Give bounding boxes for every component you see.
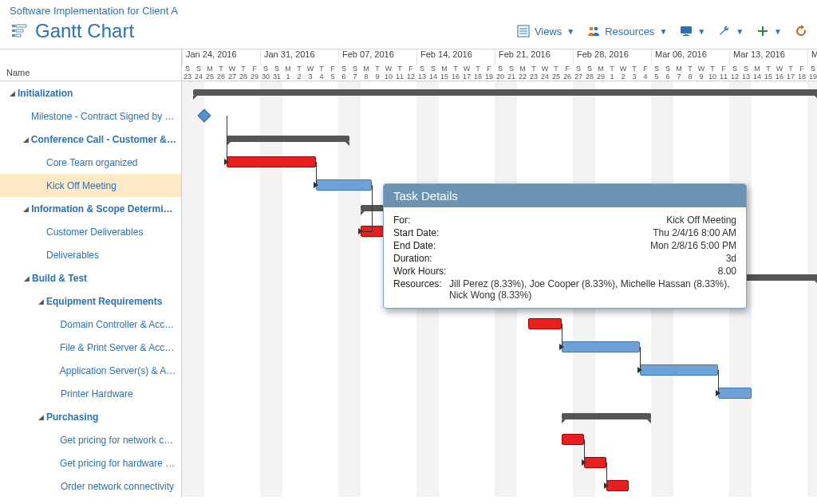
tooltip-wh-key: Work Hours: xyxy=(393,266,446,277)
gantt-summary-bar[interactable] xyxy=(562,413,651,419)
collapse-toggle-icon[interactable]: ◢ xyxy=(22,136,30,144)
resources-menu[interactable]: Resources ▼ xyxy=(587,25,667,37)
day-cell: W27 xyxy=(227,65,238,81)
task-row[interactable]: Customer Deliverables xyxy=(0,220,181,243)
gantt-task-bar[interactable] xyxy=(316,179,372,191)
gantt-task-bar[interactable] xyxy=(562,434,584,445)
monitor-icon xyxy=(680,25,693,37)
task-label: Build & Test xyxy=(32,273,87,284)
svg-rect-3 xyxy=(16,30,23,32)
plus-icon xyxy=(756,25,769,37)
task-tree[interactable]: ◢Initialization Milestone - Contract Sig… xyxy=(0,81,181,497)
day-cell: S20 xyxy=(495,65,506,81)
breadcrumb[interactable]: Software Implementation for Client A xyxy=(0,0,817,18)
gantt-summary-bar[interactable] xyxy=(227,136,349,142)
day-cell: F19 xyxy=(483,65,495,81)
task-row[interactable]: Milestone - Contract Signed by Cust... xyxy=(0,104,181,128)
day-cell: S6 xyxy=(662,65,673,81)
tooltip-end-val: Mon 2/8/16 5:00 PM xyxy=(650,240,736,251)
task-label: Domain Controller & Acces... xyxy=(61,319,178,330)
day-cell: T18 xyxy=(472,65,483,81)
task-label: Equipment Requirements xyxy=(46,296,162,307)
day-cell: S5 xyxy=(651,65,662,81)
task-list-header: Name xyxy=(0,49,181,81)
task-row[interactable]: Printer Hardware xyxy=(0,382,181,405)
gantt-task-bar[interactable] xyxy=(718,388,752,399)
svg-point-11 xyxy=(594,27,598,31)
tooltip-dur-val: 3d xyxy=(726,253,736,264)
collapse-toggle-icon[interactable]: ◢ xyxy=(37,297,45,305)
task-row[interactable]: ◢Build & Test xyxy=(0,266,181,289)
day-cell: S14 xyxy=(428,65,439,81)
collapse-toggle-icon[interactable]: ◢ xyxy=(37,413,45,421)
day-cell: T11 xyxy=(394,65,405,81)
gantt-task-bar[interactable] xyxy=(227,156,316,167)
collapse-toggle-icon[interactable]: ◢ xyxy=(8,89,16,97)
page-title: Gantt Chart xyxy=(35,20,517,42)
day-cell: S12 xyxy=(729,65,740,81)
task-row[interactable]: File & Print Server & Accesso... xyxy=(0,336,181,359)
collapse-toggle-icon[interactable]: ◢ xyxy=(22,205,30,213)
gantt-task-bar[interactable] xyxy=(640,364,718,376)
day-cell: S31 xyxy=(271,65,282,81)
task-row[interactable]: ◢Equipment Requirements xyxy=(0,289,181,313)
day-cell: M22 xyxy=(517,65,528,81)
day-cell: F12 xyxy=(405,65,416,81)
list-icon xyxy=(517,25,530,37)
task-row[interactable]: ◢Information & Scope Determination xyxy=(0,197,181,220)
svg-rect-0 xyxy=(12,25,15,27)
caret-down-icon: ▼ xyxy=(736,27,744,36)
gantt-task-bar[interactable] xyxy=(562,341,640,352)
task-list-pane: Name ◢Initialization Milestone - Contrac… xyxy=(0,49,182,497)
task-tooltip: Task Details For:Kick Off Meeting Start … xyxy=(383,183,747,309)
gantt-task-bar[interactable] xyxy=(528,318,562,329)
week-label: Jan 31, 2016 xyxy=(260,49,338,65)
task-row[interactable]: ◢Purchasing xyxy=(0,405,181,428)
day-cell: T8 xyxy=(685,65,696,81)
gantt-chart-pane[interactable]: Jan 24, 2016Jan 31, 2016Feb 07, 2016Feb … xyxy=(182,49,817,497)
refresh-button[interactable] xyxy=(795,25,807,37)
day-cell: M8 xyxy=(361,65,372,81)
task-row[interactable]: Kick Off Meeting xyxy=(0,174,181,197)
day-cell: T25 xyxy=(551,65,562,81)
task-row[interactable]: ◢Initialization xyxy=(0,81,181,104)
task-row[interactable]: Get pricing for network conn... xyxy=(0,428,181,451)
svg-rect-12 xyxy=(681,26,692,33)
caret-down-icon: ▼ xyxy=(774,27,782,36)
svg-rect-2 xyxy=(12,30,15,32)
refresh-icon xyxy=(795,25,807,37)
task-row[interactable]: Order network connectivity xyxy=(0,474,181,497)
task-row[interactable]: Core Team organized xyxy=(0,151,181,174)
task-label: Get pricing for network conn... xyxy=(60,435,178,446)
day-cell: F5 xyxy=(327,65,338,81)
tools-menu[interactable]: ▼ xyxy=(718,25,744,37)
day-cell: S24 xyxy=(193,65,204,81)
day-cell: T2 xyxy=(294,65,305,81)
task-label: Deliverables xyxy=(46,250,99,261)
gantt-task-bar[interactable] xyxy=(584,457,606,468)
gantt-summary-bar[interactable] xyxy=(193,89,817,96)
week-label: Mar 06, 2016 xyxy=(651,49,729,65)
views-menu[interactable]: Views ▼ xyxy=(517,25,574,37)
task-row[interactable]: Get pricing for hardware (e.g... xyxy=(0,451,181,474)
task-label: Information & Scope Determination xyxy=(31,203,178,215)
task-row[interactable]: Application Server(s) & Acces... xyxy=(0,359,181,382)
day-cell: W9 xyxy=(696,65,707,81)
task-label: Printer Hardware xyxy=(61,388,133,400)
caret-down-icon: ▼ xyxy=(659,27,667,36)
day-cell: S13 xyxy=(416,65,428,81)
tooltip-dur-key: Duration: xyxy=(393,253,432,264)
task-row[interactable]: Deliverables xyxy=(0,243,181,266)
monitor-button[interactable]: ▼ xyxy=(680,25,705,37)
task-row[interactable]: Domain Controller & Acces... xyxy=(0,313,181,336)
day-cell: S13 xyxy=(740,65,752,81)
add-menu[interactable]: ▼ xyxy=(756,25,782,37)
collapse-toggle-icon[interactable]: ◢ xyxy=(22,274,30,282)
task-row[interactable]: ◢Conference Call - Customer & Our ... xyxy=(0,128,181,151)
day-cell: T15 xyxy=(763,65,774,81)
day-cell: T26 xyxy=(215,65,227,81)
gantt-task-bar[interactable] xyxy=(606,480,629,491)
tooltip-wh-val: 8.00 xyxy=(718,266,736,277)
day-cell: S19 xyxy=(807,65,817,81)
week-label: Feb 14, 2016 xyxy=(416,49,495,65)
